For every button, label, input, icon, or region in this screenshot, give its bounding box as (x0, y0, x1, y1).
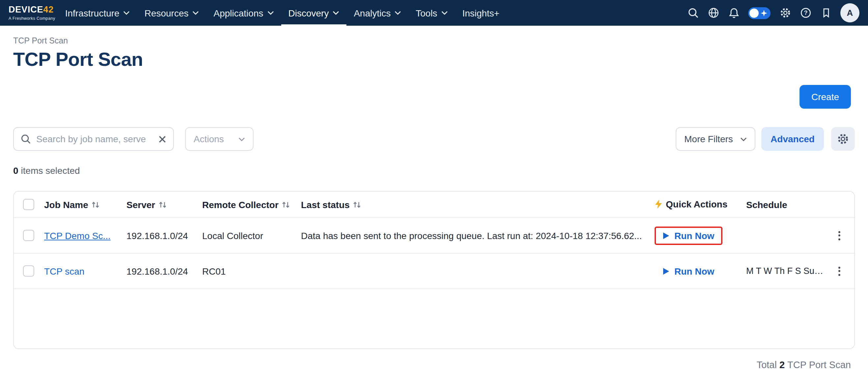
total-entity: TCP Port Scan (787, 359, 851, 370)
nav-item-label: Insights+ (462, 7, 499, 18)
total-count: Total 2 TCP Port Scan (757, 359, 851, 370)
chevron-down-icon (333, 10, 339, 15)
selection-count: 0 (13, 165, 19, 176)
run-now-button[interactable]: Run Now (655, 226, 722, 245)
brand-name-accent: 42 (43, 5, 54, 14)
chevron-down-icon (268, 10, 274, 15)
search-icon (21, 134, 31, 144)
actions-dropdown[interactable]: Actions (185, 127, 253, 151)
chevron-down-icon (395, 10, 401, 15)
sort-icon[interactable] (92, 200, 99, 209)
create-button[interactable]: Create (800, 85, 851, 109)
svg-text:?: ? (804, 9, 807, 16)
notifications-bell-icon[interactable] (728, 7, 740, 19)
chevron-down-icon (193, 10, 199, 15)
gear-icon[interactable] (779, 7, 791, 19)
play-icon (662, 231, 670, 240)
nav-item-label: Analytics (354, 7, 391, 18)
row-checkbox[interactable] (23, 266, 34, 277)
table-header-row: Job Name Server Remote Collector Last st… (14, 192, 854, 218)
search-box (13, 127, 174, 151)
brand-name: DEVICE42 (8, 5, 55, 14)
toolbar-right-group: More Filters Advanced (676, 127, 855, 151)
nav-item-label: Discovery (288, 7, 329, 18)
app-viewport: DEVICE42 A Freshworks Company Infrastruc… (0, 0, 868, 378)
top-nav: DEVICE42 A Freshworks Company Infrastruc… (0, 0, 868, 26)
globe-icon[interactable] (707, 7, 719, 19)
nav-item-label: Applications (214, 7, 264, 18)
actions-dropdown-label: Actions (194, 134, 224, 144)
breadcrumb[interactable]: TCP Port Scan (13, 26, 68, 45)
schedule-cell: M T W Th F S Su 15: (746, 266, 830, 276)
advanced-button[interactable]: Advanced (761, 127, 824, 151)
total-label: Total (757, 359, 777, 370)
run-now-button[interactable]: Run Now (655, 262, 722, 280)
nav-item-label: Resources (145, 7, 189, 18)
nav-item-tools[interactable]: Tools (409, 0, 455, 26)
lightning-bolt-icon (655, 199, 662, 209)
server-cell: 192.168.1.0/24 (126, 266, 202, 276)
nav-utilities: ? A (687, 0, 860, 26)
column-header-remote-collector[interactable]: Remote Collector (202, 199, 290, 210)
table-settings-button[interactable] (831, 127, 855, 151)
nav-item-applications[interactable]: Applications (207, 0, 281, 26)
chevron-down-icon (239, 137, 245, 141)
nav-item-discovery[interactable]: Discovery (281, 0, 347, 26)
table-row: TCP scan 192.168.1.0/24 RC01 Run Now M T… (14, 254, 854, 289)
brand-name-prefix: DEVICE (8, 5, 43, 14)
select-all-checkbox[interactable] (23, 199, 34, 211)
nav-item-insights[interactable]: Insights+ (455, 0, 507, 26)
sort-icon[interactable] (353, 200, 361, 209)
column-header-last-status[interactable]: Last status (301, 199, 361, 210)
nav-item-label: Tools (416, 7, 437, 18)
page-title: TCP Port Scan (13, 49, 855, 70)
toggle-knob-icon (749, 8, 759, 18)
page-content: TCP Port Scan TCP Port Scan Create Actio… (0, 26, 868, 378)
toolbar: Actions More Filters Advanced (13, 127, 855, 151)
job-name-link[interactable]: TCP Demo Sc... (44, 230, 111, 241)
help-icon[interactable]: ? (800, 7, 811, 19)
nav-item-label: Infrastructure (65, 7, 120, 18)
remote-collector-cell: Local Collector (202, 230, 301, 241)
job-name-link[interactable]: TCP scan (44, 266, 84, 276)
jobs-table: Job Name Server Remote Collector Last st… (13, 191, 855, 349)
chevron-down-icon (740, 137, 747, 141)
sparkle-icon (761, 9, 767, 16)
nav-item-analytics[interactable]: Analytics (346, 0, 408, 26)
brand-tagline: A Freshworks Company (8, 16, 55, 21)
table-row: TCP Demo Sc... 192.168.1.0/24 Local Coll… (14, 218, 854, 254)
row-checkbox[interactable] (23, 230, 34, 241)
user-avatar[interactable]: A (840, 3, 860, 22)
sort-icon[interactable] (158, 200, 166, 209)
total-value: 2 (779, 359, 785, 370)
row-menu-kebab-icon[interactable] (830, 264, 849, 278)
selection-status: 0 items selected (13, 165, 855, 176)
search-input[interactable] (36, 134, 153, 144)
more-filters-dropdown[interactable]: More Filters (676, 127, 755, 151)
chevron-down-icon (123, 10, 130, 15)
column-header-job-name[interactable]: Job Name (44, 199, 99, 210)
chevron-down-icon (441, 10, 448, 15)
bookmark-icon[interactable] (820, 7, 832, 19)
row-menu-kebab-icon[interactable] (830, 228, 849, 243)
server-cell: 192.168.1.0/24 (126, 230, 202, 241)
column-header-quick-actions: Quick Actions (655, 198, 727, 209)
brand-logo[interactable]: DEVICE42 A Freshworks Company (8, 0, 55, 26)
remote-collector-cell: RC01 (202, 266, 301, 276)
search-icon[interactable] (687, 7, 699, 19)
selection-suffix: items selected (21, 165, 80, 176)
clear-search-icon[interactable] (158, 135, 166, 143)
nav-item-infrastructure[interactable]: Infrastructure (58, 0, 137, 26)
last-status-cell: Data has been sent to the processing que… (301, 230, 655, 241)
theme-toggle[interactable] (748, 7, 771, 19)
gear-icon (837, 133, 849, 145)
nav-item-resources[interactable]: Resources (137, 0, 207, 26)
column-header-schedule: Schedule (746, 199, 787, 210)
sort-icon[interactable] (282, 200, 290, 209)
column-header-server[interactable]: Server (126, 199, 166, 210)
play-icon (662, 267, 670, 275)
more-filters-label: More Filters (684, 134, 733, 144)
primary-nav: Infrastructure Resources Applications Di… (58, 0, 507, 26)
